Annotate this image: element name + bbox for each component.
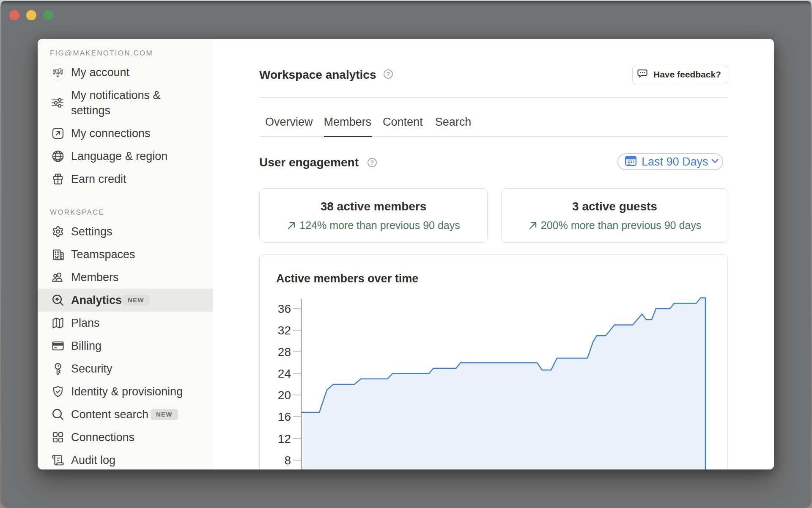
svg-text:24: 24 (278, 367, 291, 380)
svg-text:8: 8 (284, 454, 291, 467)
svg-text:36: 36 (278, 302, 291, 315)
svg-text:28: 28 (278, 345, 291, 359)
svg-text:16: 16 (278, 410, 291, 423)
svg-text:32: 32 (278, 324, 291, 337)
svg-text:20: 20 (278, 389, 291, 402)
svg-text:12: 12 (278, 432, 291, 445)
